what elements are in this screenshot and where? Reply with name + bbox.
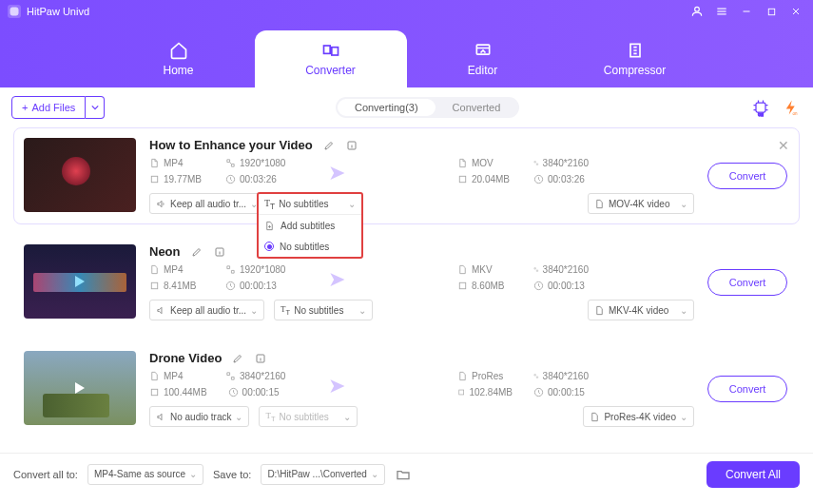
account-icon[interactable]: [687, 2, 707, 21]
audio-dropdown[interactable]: No audio track⌄: [149, 406, 249, 427]
maximize-button[interactable]: [762, 2, 781, 21]
info-icon[interactable]: [213, 245, 226, 259]
dst-format: ProRes: [472, 371, 503, 381]
preset-dropdown[interactable]: MOV-4K video⌄: [588, 193, 694, 214]
arrow-icon: ➤: [328, 267, 345, 292]
chevron-down-icon: ⌄: [348, 199, 356, 209]
add-files-button[interactable]: + Add Files: [11, 96, 86, 119]
play-icon: [75, 276, 85, 287]
info-icon[interactable]: [254, 352, 267, 365]
arrow-icon: ➤: [328, 374, 345, 398]
info-icon[interactable]: [345, 139, 358, 152]
nav-converter-label: Converter: [305, 64, 356, 77]
dst-resolution: 3840*2160: [543, 371, 589, 381]
output-format-value: MP4-Same as source: [94, 469, 185, 479]
tab-converted[interactable]: Converted: [436, 99, 518, 116]
video-thumbnail[interactable]: [24, 351, 136, 425]
dst-size: 102.84MB: [469, 387, 513, 397]
save-to-label: Save to:: [213, 469, 251, 480]
nav-converter[interactable]: Converter: [255, 30, 407, 87]
preset-dropdown[interactable]: MKV-4K video⌄: [588, 300, 694, 320]
src-size: 8.41MB: [164, 281, 196, 291]
svg-rect-0: [10, 8, 18, 15]
edit-icon[interactable]: [231, 352, 244, 365]
close-button[interactable]: [786, 2, 805, 21]
svg-rect-31: [151, 389, 157, 395]
dst-size: 20.04MB: [472, 174, 510, 184]
edit-icon[interactable]: [322, 139, 336, 152]
nav-editor-label: Editor: [468, 64, 497, 77]
svg-rect-19: [151, 176, 157, 182]
convert-button[interactable]: Convert: [707, 269, 787, 296]
folder-icon[interactable]: [395, 466, 412, 483]
subtitle-dropdown-open: TTNo subtitles⌄ Add subtitles No subtitl…: [257, 192, 363, 259]
src-format: MP4: [164, 371, 184, 381]
gpu-accel-icon[interactable]: on: [750, 97, 771, 118]
subtitle-dropdown[interactable]: TTNo subtitles⌄: [274, 300, 373, 320]
save-path-value: D:\HitPaw ...\Converted: [267, 469, 366, 479]
preset-value: ProRes-4K video: [604, 412, 676, 422]
svg-rect-9: [323, 46, 330, 53]
svg-rect-25: [151, 282, 157, 288]
svg-text:on: on: [792, 111, 798, 116]
audio-dropdown[interactable]: Keep all audio tr...⌄: [149, 300, 264, 320]
lightning-icon[interactable]: on: [781, 97, 802, 118]
nav-editor[interactable]: Editor: [407, 30, 559, 87]
main-nav: Home Converter Editor Compressor: [0, 23, 813, 87]
converter-icon: [319, 41, 342, 60]
edit-icon[interactable]: [190, 245, 203, 259]
svg-rect-21: [459, 176, 465, 182]
video-card: ✕ How to Enhance your Video MP4 1920*108…: [13, 127, 800, 224]
src-duration: 00:03:26: [240, 174, 277, 184]
video-title: Drone Video: [149, 351, 222, 365]
audio-value: Keep all audio tr...: [170, 199, 246, 209]
subtitle-dropdown[interactable]: TTNo subtitles⌄: [259, 406, 358, 427]
chevron-down-icon: ⌄: [235, 412, 242, 422]
dst-duration: 00:00:13: [548, 281, 585, 291]
subtitle-value: No subtitles: [294, 305, 343, 316]
nav-compressor-label: Compressor: [604, 64, 666, 77]
chevron-down-icon: ⌄: [358, 305, 366, 316]
convert-all-button[interactable]: Convert All: [707, 461, 800, 488]
nav-compressor[interactable]: Compressor: [559, 30, 711, 87]
audio-dropdown[interactable]: Keep all audio tr...⌄: [149, 193, 264, 214]
subtitle-dropdown-header[interactable]: TTNo subtitles⌄: [259, 194, 361, 215]
svg-rect-10: [331, 48, 338, 55]
audio-value: Keep all audio tr...: [170, 305, 246, 316]
subtitle-add-option[interactable]: Add subtitles: [259, 215, 361, 236]
dst-format: MKV: [472, 264, 493, 275]
home-icon: [167, 41, 190, 60]
remove-button[interactable]: ✕: [778, 138, 789, 153]
play-icon: [75, 382, 85, 394]
chevron-down-icon: ⌄: [680, 199, 687, 209]
subtitle-head: No subtitles: [279, 199, 328, 209]
subtitle-none-option[interactable]: No subtitles: [259, 236, 361, 257]
chevron-down-icon: ⌄: [189, 469, 197, 479]
app-title: HitPaw Univd: [27, 6, 682, 17]
add-files-dropdown[interactable]: [86, 96, 105, 119]
menu-icon[interactable]: [712, 2, 731, 21]
video-card: Neon MP41920*1080 8.41MB00:00:13 ➤ MKV38…: [13, 234, 800, 331]
footer: Convert all to: MP4-Same as source⌄ Save…: [0, 453, 813, 494]
video-thumbnail[interactable]: [24, 244, 136, 319]
output-format-dropdown[interactable]: MP4-Same as source⌄: [87, 464, 203, 485]
minimize-button[interactable]: [737, 2, 756, 21]
radio-selected-icon: [264, 242, 274, 251]
play-icon: [75, 169, 85, 181]
src-duration: 00:00:13: [240, 281, 277, 291]
preset-dropdown[interactable]: ProRes-4K video⌄: [583, 406, 694, 427]
convert-button[interactable]: Convert: [707, 163, 787, 189]
save-path-dropdown[interactable]: D:\HitPaw ...\Converted⌄: [261, 464, 384, 485]
src-format: MP4: [164, 264, 184, 275]
convert-all-to-label: Convert all to:: [13, 469, 78, 480]
video-thumbnail[interactable]: [24, 138, 136, 212]
editor-icon: [472, 41, 494, 60]
convert-button[interactable]: Convert: [707, 376, 787, 402]
svg-rect-6: [768, 9, 774, 14]
nav-home[interactable]: Home: [103, 30, 255, 87]
preset-value: MKV-4K video: [609, 305, 668, 316]
subtabs: Converting(3) Converted: [336, 97, 519, 118]
src-size: 19.77MB: [164, 174, 202, 184]
chevron-down-icon: ⌄: [680, 305, 687, 316]
tab-converting[interactable]: Converting(3): [338, 99, 436, 116]
